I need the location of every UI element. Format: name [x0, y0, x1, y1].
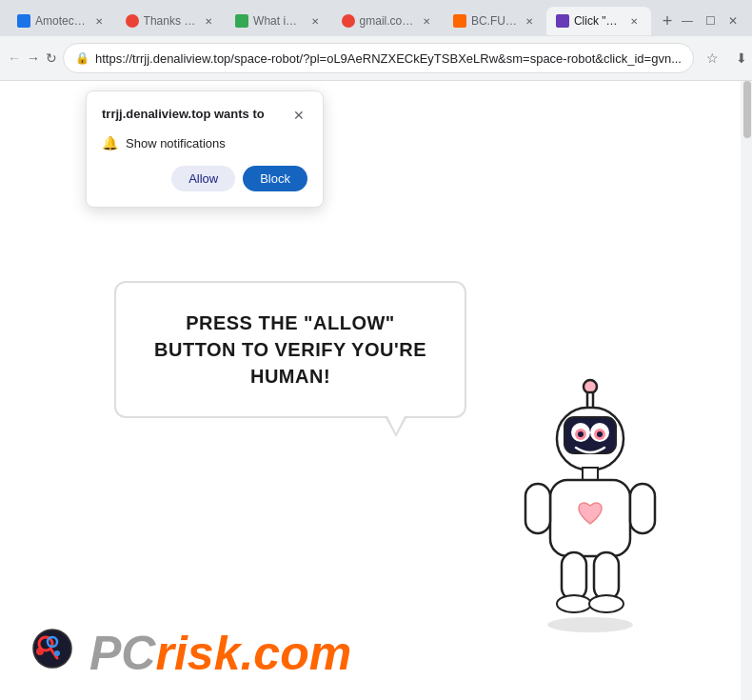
tab-close-4[interactable]: ✕ [419, 13, 434, 29]
robot-svg [505, 368, 676, 634]
tab-3[interactable]: What is y... ✕ [226, 7, 332, 35]
url-text: https://trrjj.denaliview.top/space-robot… [95, 51, 682, 66]
tab-label-4: gmail.com... [360, 14, 414, 28]
svg-point-16 [557, 595, 591, 612]
tab-label-2: Thanks fo... [144, 14, 196, 28]
notification-popup: trrjj.denaliview.top wants to ✕ 🔔 Show n… [86, 90, 324, 208]
lock-icon: 🔒 [75, 51, 89, 65]
scrollbar-thumb[interactable] [743, 81, 751, 138]
tab-favicon-4 [342, 14, 355, 28]
speech-bubble: PRESS THE "ALLOW" BUTTON TO VERIFY YOU'R… [114, 281, 466, 418]
tab-bar: Amotec b... ✕ Thanks fo... ✕ What is y..… [0, 0, 752, 36]
svg-rect-13 [630, 484, 655, 533]
tab-close-5[interactable]: ✕ [522, 13, 537, 29]
tab-label-5: BC.FUN... [471, 14, 517, 28]
tab-favicon-1 [17, 14, 30, 28]
speech-bubble-text: PRESS THE "ALLOW" BUTTON TO VERIFY YOU'R… [154, 312, 426, 387]
pc-text: PC [89, 630, 155, 677]
tab-favicon-3 [235, 14, 248, 28]
scrollbar[interactable] [741, 81, 752, 700]
tab-close-3[interactable]: ✕ [307, 13, 323, 29]
pcrisk-logo: PC risk.com [29, 625, 351, 682]
tab-2[interactable]: Thanks fo... ✕ [116, 7, 226, 35]
popup-title: trrjj.denaliview.top wants to [102, 107, 283, 121]
tab-favicon-2 [126, 14, 139, 28]
speech-bubble-container: PRESS THE "ALLOW" BUTTON TO VERIFY YOU'R… [114, 281, 466, 418]
svg-rect-12 [525, 484, 550, 533]
tab-close-1[interactable]: ✕ [91, 13, 107, 29]
browser-chrome: Amotec b... ✕ Thanks fo... ✕ What is y..… [0, 0, 752, 81]
svg-point-8 [578, 431, 584, 437]
tab-close-6[interactable]: ✕ [626, 13, 642, 29]
pcrisk-text: PC risk.com [89, 630, 351, 677]
svg-point-17 [589, 595, 623, 612]
download-icon[interactable]: ⬇ [728, 45, 752, 71]
minimize-button[interactable]: — [680, 13, 695, 29]
new-tab-button[interactable]: + [655, 8, 680, 34]
tab-6[interactable]: Click "All... ✕ [546, 7, 651, 35]
bookmark-icon[interactable]: ☆ [700, 45, 726, 71]
tab-1[interactable]: Amotec b... ✕ [8, 7, 116, 35]
popup-header: trrjj.denaliview.top wants to ✕ [102, 107, 307, 124]
browser-content: trrjj.denaliview.top wants to ✕ 🔔 Show n… [0, 81, 752, 700]
tab-label-6: Click "All... [574, 14, 622, 28]
svg-point-23 [36, 648, 44, 655]
window-controls: — ☐ ✕ [680, 13, 744, 29]
svg-rect-14 [562, 552, 586, 600]
popup-buttons: Allow Block [102, 166, 307, 191]
tab-close-2[interactable]: ✕ [201, 13, 216, 29]
popup-notification-row: 🔔 Show notifications [102, 135, 307, 150]
tab-favicon-5 [453, 14, 466, 28]
tab-label-3: What is y... [253, 14, 303, 28]
svg-point-24 [54, 650, 60, 656]
tab-label-1: Amotec b... [35, 14, 87, 28]
close-window-button[interactable]: ✕ [725, 13, 741, 29]
forward-button[interactable]: → [27, 45, 40, 71]
svg-point-9 [597, 431, 603, 437]
svg-point-18 [547, 617, 633, 632]
popup-notification-text: Show notifications [126, 136, 226, 150]
svg-rect-15 [594, 552, 619, 600]
maximize-button[interactable]: ☐ [703, 13, 718, 29]
block-button[interactable]: Block [243, 166, 307, 191]
back-button[interactable]: ← [8, 45, 21, 71]
reload-button[interactable]: ↻ [46, 45, 57, 71]
tab-5[interactable]: BC.FUN... ✕ [444, 7, 546, 35]
url-bar[interactable]: 🔒 https://trrjj.denaliview.top/space-rob… [63, 43, 694, 73]
allow-button[interactable]: Allow [171, 166, 235, 191]
robot-illustration [505, 368, 676, 634]
risk-text: risk.com [155, 630, 351, 677]
tab-favicon-6 [556, 14, 569, 28]
pcrisk-icon [29, 625, 86, 682]
address-bar: ← → ↻ 🔒 https://trrjj.denaliview.top/spa… [0, 36, 752, 80]
tab-4[interactable]: gmail.com... ✕ [332, 7, 444, 35]
bell-icon: 🔔 [102, 135, 118, 150]
toolbar-icons: ☆ ⬇ 👤 ⋮ [700, 45, 752, 71]
popup-close-button[interactable]: ✕ [290, 107, 307, 124]
